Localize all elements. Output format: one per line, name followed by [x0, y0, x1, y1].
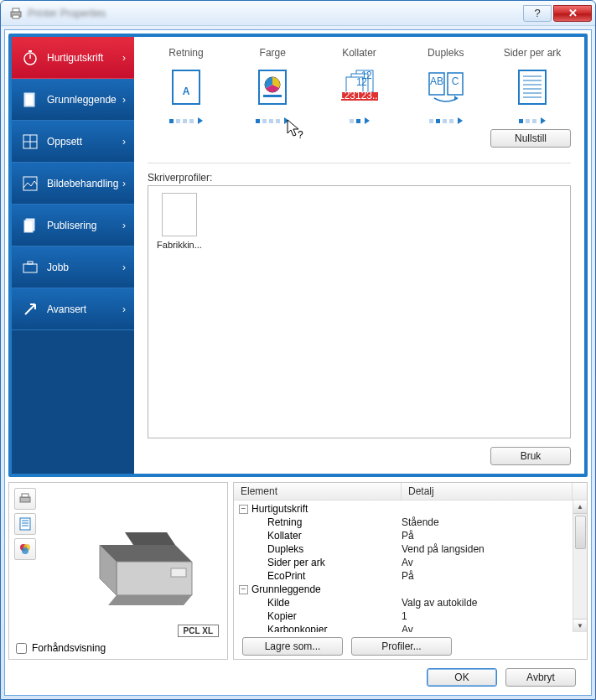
option-label: Dupleks: [407, 47, 485, 59]
svg-rect-2: [13, 15, 19, 18]
profiles-button[interactable]: Profiler...: [351, 637, 452, 656]
briefcase-icon: [22, 259, 39, 276]
svg-text:2: 2: [361, 76, 367, 88]
scroll-up-icon[interactable]: ▲: [573, 500, 587, 514]
column-element[interactable]: Element: [234, 483, 402, 500]
chevron-right-icon: ›: [122, 52, 126, 64]
column-detail[interactable]: Detalj: [402, 483, 572, 500]
help-button[interactable]: ?: [523, 5, 552, 22]
save-as-button[interactable]: Lagre som...: [242, 637, 343, 656]
apply-button[interactable]: Bruk: [490, 447, 571, 465]
tab-layout[interactable]: Oppsett ›: [12, 121, 134, 163]
svg-text:2: 2: [366, 70, 372, 81]
profile-name: Fabrikkin...: [155, 240, 204, 250]
preview-tab-page[interactable]: [14, 513, 36, 535]
option-indicator: [494, 117, 571, 124]
tab-job[interactable]: Jobb ›: [12, 246, 134, 288]
tab-label: Hurtigutskrift: [47, 52, 122, 64]
chevron-right-icon: ›: [122, 178, 126, 189]
preview-checkbox-row[interactable]: Forhåndsvisning: [14, 642, 222, 654]
window-title: Printer Properties: [28, 8, 521, 19]
settings-row[interactable]: KarbonkopierAv: [234, 623, 573, 632]
svg-rect-13: [24, 220, 33, 232]
svg-rect-6: [24, 93, 34, 106]
tab-imaging[interactable]: Bildebehandling ›: [12, 163, 134, 205]
svg-rect-1: [13, 8, 19, 12]
tab-advanced[interactable]: Avansert ›: [12, 288, 134, 330]
svg-text:AB: AB: [430, 75, 443, 87]
close-button[interactable]: ✕: [553, 5, 592, 22]
option-color[interactable]: Farge: [234, 47, 311, 124]
main-area: Hurtigutskrift › Grunnleggende › Oppsett…: [8, 34, 588, 477]
svg-rect-5: [29, 50, 32, 52]
ok-button[interactable]: OK: [427, 668, 497, 687]
chevron-right-icon: ›: [122, 136, 126, 148]
preview-tab-printer[interactable]: [14, 488, 36, 510]
group-name: Hurtigutskrift: [251, 503, 308, 515]
preview-checkbox[interactable]: [16, 643, 27, 654]
option-duplex[interactable]: Dupleks ABC: [407, 47, 485, 124]
preview-checkbox-label: Forhåndsvisning: [32, 642, 106, 654]
reset-button[interactable]: Nullstill: [490, 129, 571, 148]
settings-group[interactable]: −Grunnleggende: [234, 583, 573, 596]
svg-rect-20: [263, 95, 282, 97]
header-scroll-gap: [572, 483, 587, 500]
quick-print-panel: Retning A Farge: [134, 37, 584, 474]
svg-rect-35: [519, 70, 546, 104]
settings-row[interactable]: EcoPrintPå: [234, 569, 573, 583]
settings-actions: Lagre som... Profiler...: [234, 632, 587, 659]
preview-tab-strip: [14, 488, 39, 639]
settings-row[interactable]: KildeValg av autokilde: [234, 596, 573, 609]
image-icon: [22, 175, 39, 192]
vertical-scrollbar[interactable]: ▲ ▼: [573, 500, 587, 632]
option-pages-per-sheet[interactable]: Sider per ark: [494, 47, 571, 124]
tab-label: Jobb: [47, 262, 122, 273]
option-orientation[interactable]: Retning A: [148, 47, 225, 124]
preview-panel: PCL XL Forhåndsvisning: [8, 482, 228, 660]
grid-icon: [22, 133, 39, 150]
chevron-right-icon: ›: [122, 262, 126, 273]
settings-group[interactable]: −Hurtigutskrift: [234, 502, 573, 516]
svg-marker-56: [108, 595, 192, 605]
color-icon: [234, 69, 311, 106]
settings-row[interactable]: RetningStående: [234, 516, 573, 529]
tab-publishing[interactable]: Publisering ›: [12, 205, 134, 246]
tab-quick-print[interactable]: Hurtigutskrift ›: [12, 37, 134, 79]
svg-rect-45: [20, 518, 30, 530]
option-label: Retning: [148, 47, 225, 59]
arrow-up-icon: [22, 301, 39, 318]
svg-marker-54: [117, 562, 192, 595]
collate-icon: 1212123123...: [321, 69, 398, 106]
printer-3d-icon: [75, 511, 209, 612]
preview-canvas: PCL XL: [39, 488, 222, 639]
svg-text:C: C: [451, 75, 459, 87]
collapse-icon[interactable]: −: [239, 505, 248, 514]
svg-rect-43: [20, 497, 30, 502]
settings-row[interactable]: Kopier1: [234, 609, 573, 623]
svg-marker-34: [454, 96, 458, 101]
cancel-button[interactable]: Avbryt: [505, 668, 576, 687]
chevron-right-icon: ›: [122, 94, 126, 106]
group-name: Grunnleggende: [251, 583, 321, 595]
collapse-icon[interactable]: −: [239, 585, 248, 594]
lower-area: PCL XL Forhåndsvisning Element Detalj: [8, 482, 588, 660]
profile-item[interactable]: Fabrikkin...: [155, 193, 204, 250]
svg-rect-57: [171, 568, 186, 577]
svg-rect-11: [23, 177, 37, 190]
stopwatch-icon: [22, 49, 39, 66]
option-collate[interactable]: Kollater 1212123123...: [321, 47, 398, 124]
scroll-down-icon[interactable]: ▼: [573, 619, 587, 632]
dialog-window: Printer Properties ? ✕ Hurtigutskrift › …: [0, 0, 596, 700]
settings-row[interactable]: Sider per arkAv: [234, 556, 573, 569]
scroll-thumb[interactable]: [575, 516, 586, 549]
svg-point-51: [22, 547, 29, 554]
title-bar: Printer Properties ? ✕: [1, 1, 595, 26]
tab-label: Grunnleggende: [47, 94, 122, 106]
tab-basic[interactable]: Grunnleggende ›: [12, 79, 134, 121]
settings-row[interactable]: DupleksVend på langsiden: [234, 542, 573, 556]
printer-app-icon: [9, 7, 23, 20]
settings-row[interactable]: KollaterPå: [234, 529, 573, 542]
page-icon: [22, 91, 39, 108]
preview-tab-color[interactable]: [14, 538, 36, 560]
quick-options-row: Retning A Farge: [148, 47, 571, 124]
